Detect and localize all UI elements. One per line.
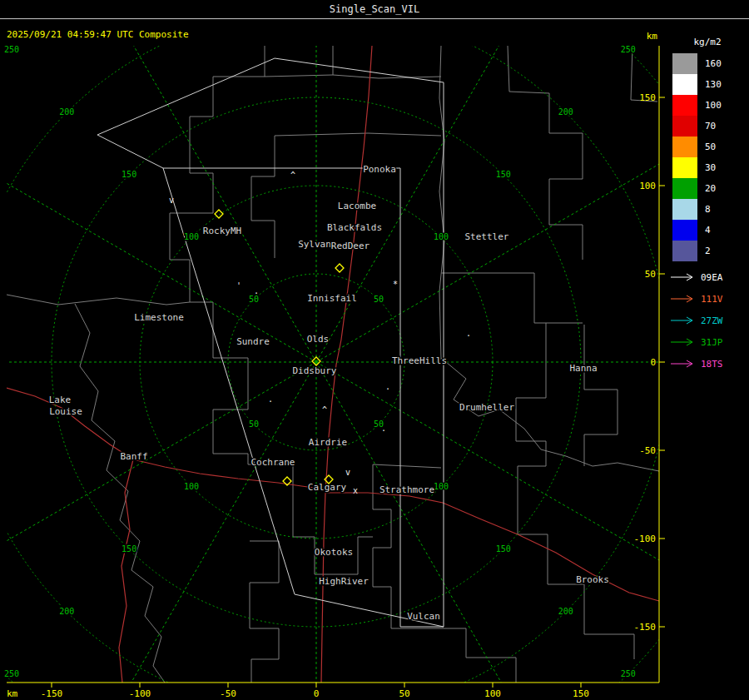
city-label: Innisfail xyxy=(307,293,357,304)
legend-color-swatch xyxy=(672,178,697,199)
storm-marker-icon: . xyxy=(268,395,273,404)
ring-distance-label: 150 xyxy=(496,544,511,554)
city-label: Stettler xyxy=(465,231,509,242)
ring-distance-label: 200 xyxy=(558,607,573,616)
radial-line xyxy=(0,104,316,362)
ring-distance-label: 200 xyxy=(59,107,74,117)
county-boundary-line xyxy=(248,464,373,574)
ring-distance-label: 150 xyxy=(496,170,511,179)
legend-color-swatch xyxy=(672,241,697,261)
ring-distance-label: 200 xyxy=(59,607,74,616)
legend-level-row: 8 xyxy=(666,199,749,220)
scan-area-outline xyxy=(97,58,444,627)
bottom-axis-tick-label: -50 xyxy=(220,688,236,699)
legend-level-row: 4 xyxy=(666,220,749,241)
radial-line xyxy=(316,362,574,700)
station-row: 27ZW xyxy=(666,310,749,331)
legend-level-value: 100 xyxy=(705,100,722,111)
city-label: RedDeer xyxy=(331,241,370,251)
ring-distance-label: 250 xyxy=(4,45,19,54)
ring-distance-label: 100 xyxy=(184,482,199,491)
radial-line xyxy=(316,0,574,362)
station-row: 31JP xyxy=(666,331,749,353)
bottom-axis-tick-label: 100 xyxy=(484,688,501,699)
radial-line xyxy=(58,0,316,362)
city-label: Okotoks xyxy=(315,547,353,558)
county-boundary-line xyxy=(7,295,190,305)
legend-level-row: 70 xyxy=(666,116,749,137)
ring-distance-label: 50 xyxy=(249,295,259,304)
ring-distance-label: 100 xyxy=(434,482,449,491)
highways xyxy=(7,46,659,683)
station-row: 111V xyxy=(666,288,749,310)
radar-map-svg: 5050505010010010010015015015015020020020… xyxy=(0,0,749,700)
station-row: 09EA xyxy=(666,266,749,288)
county-boundary-line xyxy=(190,302,248,464)
ring-distance-label: 100 xyxy=(184,232,199,241)
ring-distance-label: 100 xyxy=(434,232,449,241)
bottom-axis-tick-label: -100 xyxy=(129,688,151,699)
storm-marker-icon: . xyxy=(385,382,390,391)
legend-level-row: 30 xyxy=(666,157,749,178)
highway-line xyxy=(119,459,133,683)
city-label: Limestone xyxy=(134,312,184,323)
station-id-label: 18TS xyxy=(701,359,723,370)
legend-level-row: 130 xyxy=(666,74,749,95)
city-label: Sylvan xyxy=(298,239,331,250)
radar-site-icon xyxy=(335,264,344,272)
county-boundaries xyxy=(7,46,659,683)
city-label: Ponoka xyxy=(363,164,396,175)
city-label: Lake xyxy=(49,395,72,405)
legend-levels-list: 16013010070503020842 xyxy=(666,53,749,261)
county-boundary-line xyxy=(441,358,659,471)
legend-color-swatch xyxy=(672,74,697,95)
bottom-axis-tick-label: 150 xyxy=(573,688,589,699)
ring-distance-label: 150 xyxy=(122,170,136,179)
station-arrow-icon xyxy=(669,315,696,325)
station-row: 18TS xyxy=(666,353,749,375)
right-axis-tick-label: 150 xyxy=(639,92,656,103)
bottom-axis-tick-label: 0 xyxy=(314,688,320,699)
legend-level-value: 8 xyxy=(705,204,711,215)
right-axis-tick-label: 0 xyxy=(650,357,656,368)
right-axis-tick-label: -150 xyxy=(634,622,657,633)
scan-area-polygon xyxy=(97,58,444,627)
city-label: Blackfalds xyxy=(327,222,382,233)
county-boundary-line xyxy=(265,75,441,78)
legend-level-value: 4 xyxy=(705,225,711,236)
city-label: Louise xyxy=(49,406,82,417)
storm-marker-icon: * xyxy=(393,280,398,289)
county-boundary-line xyxy=(584,325,618,466)
legend-color-swatch xyxy=(672,157,697,178)
legend-color-swatch xyxy=(672,53,697,74)
legend-level-row: 50 xyxy=(666,137,749,157)
city-label: Lacombe xyxy=(338,201,376,211)
radar-station-list: 09EA111V27ZW31JP18TS xyxy=(666,266,749,375)
station-arrow-icon xyxy=(669,294,696,304)
county-boundary-line xyxy=(170,46,265,302)
legend-level-row: 100 xyxy=(666,95,749,116)
legend-level-value: 130 xyxy=(705,79,722,90)
ring-distance-label: 50 xyxy=(249,420,259,429)
storm-marker-icon: . xyxy=(381,424,386,433)
legend-color-swatch xyxy=(672,199,697,220)
map-plot-area xyxy=(0,0,749,700)
legend-level-value: 30 xyxy=(705,162,716,173)
station-arrow-shape xyxy=(671,339,692,345)
right-axis-tick-label: -50 xyxy=(639,445,656,456)
right-axis-tick-label: 100 xyxy=(639,181,656,191)
storm-marker-icon: . xyxy=(254,286,259,295)
city-label: Strathmore xyxy=(379,484,434,495)
storm-marker-icon: ^ xyxy=(290,171,295,180)
city-label: Calgary xyxy=(308,482,347,493)
bottom-axis-tick-label: 50 xyxy=(399,688,409,699)
county-boundary-line xyxy=(251,136,275,258)
city-label: ThreeHills xyxy=(392,355,447,366)
county-boundary-line xyxy=(75,304,165,683)
ring-distance-label: 50 xyxy=(374,295,384,304)
county-boundary-line xyxy=(275,133,441,136)
right-axis-tick-label: 50 xyxy=(645,269,656,280)
legend-level-value: 50 xyxy=(705,141,716,152)
station-arrow-icon xyxy=(669,359,696,369)
station-id-label: 31JP xyxy=(701,337,723,348)
